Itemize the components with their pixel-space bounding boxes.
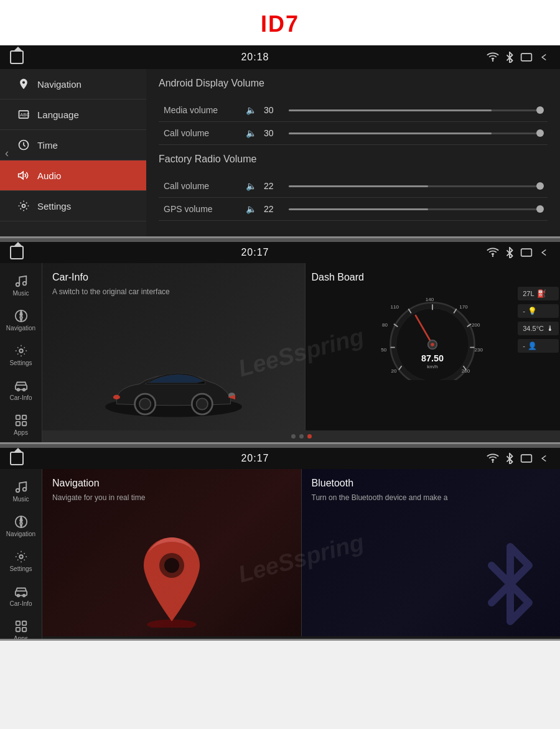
person-value: -	[523, 342, 525, 350]
svg-text:km/h: km/h	[427, 364, 438, 369]
sidebar-item-navigation[interactable]: Navigation	[0, 69, 146, 100]
leftnav-apps-label-2: Apps	[14, 429, 28, 436]
leftnav-settings-label-3: Settings	[9, 565, 32, 572]
bluetooth-card-title: Bluetooth	[312, 478, 551, 489]
back-icon[interactable]	[539, 52, 550, 62]
back-icon-2[interactable]	[539, 248, 550, 258]
leftnav-settings-label-2: Settings	[9, 360, 32, 366]
leftnav-carinfo-3[interactable]: Car-Info	[0, 578, 42, 613]
leftnav-navigation-label-2: Navigation	[6, 325, 35, 332]
navigation-card-desc: Navigate for you in real time	[52, 493, 291, 503]
compass-icon-3	[14, 515, 28, 529]
settings-icon	[17, 200, 30, 212]
location-pin-icon	[17, 78, 30, 90]
gear-icon-2	[14, 344, 28, 358]
leftnav-settings-3[interactable]: Settings	[0, 544, 42, 578]
page-title-bar: ID7	[0, 0, 560, 45]
factory-call-volume-row: Call volume 🔈 22	[159, 175, 548, 198]
clock-icon	[17, 139, 30, 151]
grid-icon-2	[14, 414, 28, 427]
leftnav-music-3[interactable]: Music	[0, 474, 42, 509]
temp-value: 34.5°C	[523, 325, 544, 332]
svg-rect-22	[16, 416, 19, 419]
svg-text:170: 170	[459, 304, 468, 310]
call-volume-android-icon: 🔈	[246, 128, 256, 138]
dot-3[interactable]	[307, 434, 312, 439]
leftnav-apps-3[interactable]: Apps	[0, 613, 42, 641]
sidebar: ‹ Navigation ABC Language	[0, 69, 146, 236]
navigation-card[interactable]: Navigation Navigate for you in real time	[42, 469, 302, 636]
home-icon-2[interactable]	[10, 246, 24, 259]
window-icon-3	[520, 453, 533, 463]
status-bar-3: 20:17	[0, 448, 560, 469]
home-icon[interactable]	[10, 50, 24, 64]
dot-3-1[interactable]	[291, 640, 296, 641]
sidebar-back-arrow[interactable]: ‹	[0, 141, 14, 164]
dot-3-3[interactable]	[307, 640, 312, 641]
back-icon-3[interactable]	[539, 453, 550, 463]
gear-icon-3	[14, 550, 28, 564]
bluetooth-icon-2	[505, 247, 514, 258]
leftnav-apps-2[interactable]: Apps	[0, 407, 42, 442]
call-volume-android-value: 30	[264, 128, 281, 138]
svg-text:200: 200	[472, 322, 480, 328]
bluetooth-card[interactable]: Bluetooth Turn on the Bluetooth device a…	[302, 469, 561, 636]
sidebar-label-audio: Audio	[37, 170, 61, 181]
svg-point-67	[19, 555, 23, 559]
sidebar-label-navigation: Navigation	[37, 79, 82, 90]
home-icon-3[interactable]	[10, 452, 24, 465]
leftnav-apps-label-3: Apps	[14, 635, 28, 641]
sidebar-item-audio[interactable]: Audio	[0, 160, 146, 191]
leftnav-carinfo-label-3: Car-Info	[9, 600, 32, 607]
bluetooth-icon	[505, 52, 514, 63]
dots-indicator-3	[42, 636, 560, 641]
left-nav-2: Music Navigation Settings	[0, 263, 42, 442]
car-silhouette	[93, 353, 254, 421]
speedometer: 140 170 200 230 260 110 80 50 20	[376, 287, 488, 380]
screen3-content: Music Navigation Settings	[0, 469, 560, 641]
factory-call-volume-icon: 🔈	[246, 181, 256, 191]
factory-call-volume-slider[interactable]	[289, 185, 543, 187]
media-volume-slider[interactable]	[289, 109, 543, 111]
sidebar-item-settings[interactable]: Settings	[0, 191, 146, 221]
app-title: ID7	[0, 11, 560, 37]
call-volume-android-slider[interactable]	[289, 132, 543, 134]
factory-call-volume-value: 22	[264, 181, 281, 191]
gps-volume-icon: 🔈	[246, 204, 256, 214]
sidebar-item-time[interactable]: Time	[0, 130, 146, 160]
status-icons-3	[487, 453, 550, 464]
music-note-icon-2	[14, 274, 28, 288]
dot-1[interactable]	[291, 434, 296, 439]
sidebar-item-language[interactable]: ABC Language	[0, 100, 146, 130]
bt-large-icon	[454, 528, 560, 636]
time-display-3: 20:17	[241, 453, 269, 464]
leftnav-music-label-3: Music	[12, 496, 29, 503]
screen-2: 20:17	[0, 242, 560, 444]
svg-text:20: 20	[391, 368, 397, 374]
svg-rect-25	[22, 422, 26, 425]
lamp-value: -	[523, 307, 525, 315]
media-volume-icon: 🔈	[246, 105, 256, 115]
svg-point-13	[16, 283, 19, 287]
svg-rect-24	[16, 422, 19, 425]
svg-marker-65	[20, 516, 22, 522]
dot-3-2[interactable]	[299, 640, 304, 641]
carinfo-card-desc: A switch to the original car interface	[52, 287, 295, 297]
svg-point-8	[22, 205, 26, 208]
leftnav-settings-2[interactable]: Settings	[0, 338, 42, 373]
dots-indicator-2	[42, 430, 560, 442]
leftnav-navigation-3[interactable]: Navigation	[0, 509, 42, 544]
leftnav-music-2[interactable]: Music	[0, 268, 42, 303]
bluetooth-icon-3	[505, 453, 514, 464]
gps-volume-slider[interactable]	[289, 208, 543, 210]
svg-text:80: 80	[382, 322, 388, 328]
svg-point-63	[22, 488, 26, 491]
window-icon-2	[520, 248, 533, 258]
temp-indicator: 34.5°C 🌡	[518, 322, 559, 335]
leftnav-carinfo-2[interactable]: Car-Info	[0, 373, 42, 407]
svg-point-0	[492, 60, 494, 62]
leftnav-navigation-2[interactable]: Navigation	[0, 303, 42, 338]
navigation-card-title: Navigation	[52, 478, 291, 489]
svg-text:ABC: ABC	[20, 112, 30, 118]
dot-2[interactable]	[299, 434, 304, 439]
